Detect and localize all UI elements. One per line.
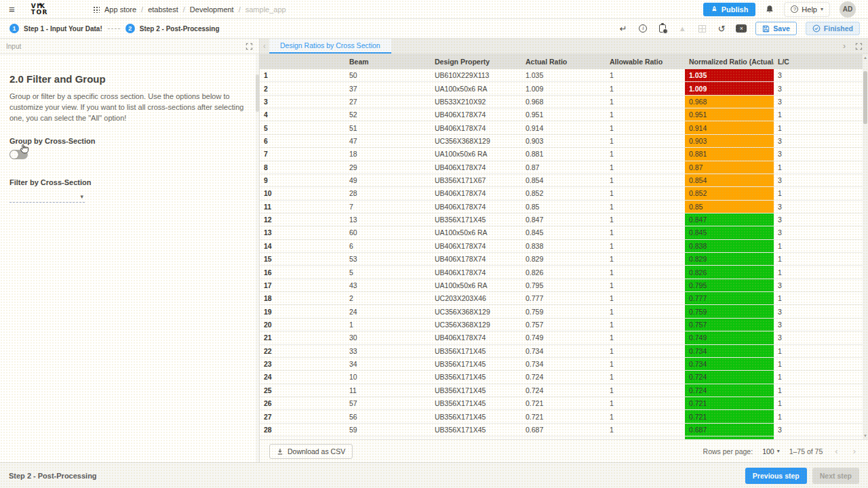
- table-row: 1028UB406X178X740.85210.8521: [260, 187, 863, 200]
- design-property-cell: UA100x50x6 RA: [431, 148, 521, 160]
- row-index-cell: 15: [260, 253, 345, 265]
- scroll-up-icon[interactable]: ▲: [863, 56, 868, 60]
- lc-cell: 3: [774, 279, 863, 291]
- grid-glyph: [698, 25, 706, 33]
- breadcrumb-item[interactable]: App store: [104, 5, 136, 14]
- table-scrollbar[interactable]: ▲ ▼: [863, 54, 868, 439]
- grid-view-icon[interactable]: [696, 25, 707, 33]
- filter-by-cross-section-select[interactable]: ▾: [9, 192, 85, 203]
- allowable-ratio-cell: 1: [606, 253, 685, 265]
- publish-button[interactable]: Publish: [703, 3, 756, 16]
- chevron-down-icon: ▾: [821, 6, 823, 12]
- beam-cell: 30: [345, 331, 431, 344]
- panel-scrollbar[interactable]: [256, 54, 259, 462]
- panel-title: Input: [6, 43, 21, 50]
- normalized-ratio-cell: 0.951: [685, 108, 774, 121]
- breadcrumb-item[interactable]: etabstest: [148, 5, 178, 14]
- info-icon[interactable]: i: [637, 24, 648, 33]
- save-button[interactable]: Save: [755, 22, 797, 35]
- actual-ratio-cell: 0.724: [521, 384, 606, 396]
- actual-ratio-cell: 0.826: [521, 266, 606, 278]
- stepper-step[interactable]: 2Step 2 - Post-Processing: [125, 24, 220, 33]
- allowable-ratio-cell: 1: [606, 174, 685, 186]
- clipboard-history-icon[interactable]: [657, 24, 668, 33]
- clear-input-icon[interactable]: ×: [736, 24, 747, 33]
- row-index-cell: 17: [260, 279, 345, 291]
- step-number: 2: [125, 24, 135, 33]
- filter-select-label: Filter by Cross-Section: [9, 178, 250, 186]
- actual-ratio-cell: 0.795: [521, 279, 606, 291]
- help-button[interactable]: ? Help ▾: [784, 2, 830, 17]
- table-row: 2859UB356X171X450.68710.6873: [260, 424, 863, 436]
- table-row: 1360UA100x50x6 RA0.84510.8453: [260, 226, 863, 239]
- publish-label: Publish: [722, 5, 749, 14]
- normalized-ratio-cell: 0.826: [685, 266, 774, 278]
- lc-cell: 1: [774, 371, 863, 383]
- download-csv-button[interactable]: Download as CSV: [269, 444, 353, 459]
- allowable-ratio-cell: 1: [606, 384, 685, 396]
- beam-cell: 24: [345, 305, 431, 317]
- actual-ratio-cell: 0.85: [521, 201, 606, 213]
- allowable-ratio-cell: 1: [606, 331, 685, 344]
- row-index-cell: 3: [260, 96, 345, 108]
- avatar[interactable]: AD: [840, 1, 856, 18]
- viktor-logo[interactable]: VIK TOR: [31, 3, 48, 15]
- finished-button[interactable]: Finished: [806, 22, 860, 35]
- beam-cell: 56: [345, 410, 431, 422]
- history-undo-icon[interactable]: ↺: [716, 24, 727, 33]
- breadcrumb-separator: /: [141, 5, 143, 14]
- stepper-step[interactable]: 1Step 1 - Input Your Data!: [9, 24, 102, 33]
- design-property-cell: UC356X368X129: [431, 305, 521, 317]
- next-page-icon[interactable]: ›: [850, 446, 859, 456]
- enter-key-icon[interactable]: ↵: [618, 24, 629, 33]
- beam-cell: 28: [345, 187, 431, 199]
- rows-per-page-select[interactable]: 100 ▾: [762, 447, 780, 455]
- previous-step-button[interactable]: Previous step: [745, 468, 807, 484]
- previous-page-icon[interactable]: ‹: [832, 446, 840, 456]
- actual-ratio-cell: 0.829: [521, 253, 606, 265]
- normalized-ratio-cell: 0.759: [685, 305, 774, 317]
- panel-fullscreen-icon[interactable]: [245, 43, 253, 50]
- row-index-cell: 6: [260, 135, 345, 147]
- design-property-cell: UB356X171X45: [431, 358, 521, 370]
- tab-design-ratios[interactable]: Design Ratios by Cross Section: [269, 39, 391, 54]
- lc-cell: 1: [774, 161, 863, 174]
- row-index-cell: 21: [260, 331, 345, 344]
- beam-cell: 2: [345, 292, 431, 304]
- beam-cell: 1: [345, 319, 431, 331]
- row-index-cell: 8: [260, 161, 345, 174]
- model-3d-icon[interactable]: ▲: [677, 25, 688, 33]
- view-fullscreen-icon[interactable]: [855, 43, 863, 50]
- column-header: Design Property: [431, 58, 521, 66]
- next-step-button[interactable]: Next step: [812, 468, 859, 484]
- breadcrumb-item[interactable]: sample_app: [245, 5, 286, 14]
- table-scrollbar-thumb[interactable]: [863, 71, 867, 124]
- lc-cell: 1: [774, 384, 863, 396]
- lc-cell: 3: [774, 174, 863, 186]
- actual-ratio-cell: 0.845: [521, 226, 606, 239]
- normalized-ratio-cell: 0.838: [685, 240, 774, 252]
- row-index-cell: 26: [260, 397, 345, 409]
- panel-scrollbar-thumb[interactable]: [256, 75, 259, 112]
- design-property-cell: UA100x50x6 RA: [431, 279, 521, 291]
- normalized-ratio-cell: 0.777: [685, 292, 774, 304]
- normalized-ratio-cell: 0.687: [685, 424, 774, 436]
- actual-ratio-cell: 0.724: [521, 371, 606, 383]
- menu-icon[interactable]: ≡: [9, 4, 15, 14]
- logo-line: TOR: [31, 9, 48, 16]
- tab-scroll-left-icon[interactable]: ‹: [260, 42, 269, 50]
- breadcrumb-item[interactable]: Development: [190, 5, 234, 14]
- scroll-down-icon[interactable]: ▼: [863, 434, 868, 438]
- tab-scroll-right-icon[interactable]: ›: [840, 42, 849, 50]
- design-property-cell: UB610X229X113: [431, 69, 521, 81]
- allowable-ratio-cell: 1: [606, 201, 685, 213]
- lc-cell: 1: [774, 358, 863, 370]
- lc-cell: 3: [774, 69, 863, 81]
- notifications-bell-icon[interactable]: [765, 5, 774, 14]
- lc-cell: 1: [774, 121, 863, 134]
- normalized-ratio-cell: 0.721: [685, 397, 774, 409]
- normalized-ratio-cell: 1.035: [685, 69, 774, 81]
- allowable-ratio-cell: 1: [606, 161, 685, 174]
- table-header: BeamDesign PropertyActual RatioAllowable…: [260, 54, 863, 69]
- allowable-ratio-cell: 1: [606, 226, 685, 239]
